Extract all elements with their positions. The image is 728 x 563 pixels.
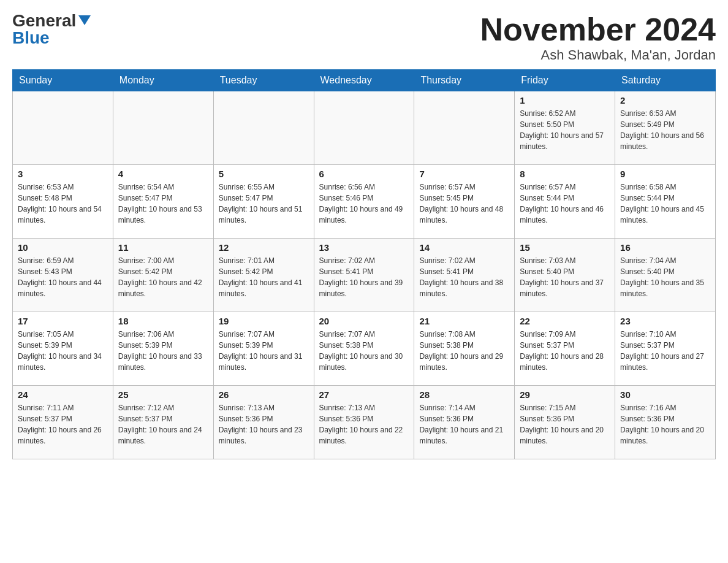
day-cell: 24 Sunrise: 7:11 AMSunset: 5:37 PMDaylig… (13, 386, 113, 459)
location-title: Ash Shawbak, Ma'an, Jordan (480, 47, 716, 63)
day-cell: 3 Sunrise: 6:53 AMSunset: 5:48 PMDayligh… (13, 165, 113, 239)
day-number: 20 (319, 316, 409, 326)
header-monday: Monday (113, 70, 213, 91)
day-cell (13, 91, 113, 165)
day-info: Sunrise: 6:53 AMSunset: 5:49 PMDaylight:… (620, 108, 710, 152)
day-info: Sunrise: 6:55 AMSunset: 5:47 PMDaylight:… (219, 182, 309, 226)
month-title: November 2024 (480, 12, 716, 47)
day-cell (414, 91, 515, 165)
day-cell: 14 Sunrise: 7:02 AMSunset: 5:41 PMDaylig… (414, 239, 515, 312)
day-number: 9 (620, 169, 710, 179)
day-number: 7 (419, 169, 509, 179)
day-number: 18 (118, 316, 208, 326)
day-info: Sunrise: 7:08 AMSunset: 5:38 PMDaylight:… (419, 329, 509, 373)
day-cell: 11 Sunrise: 7:00 AMSunset: 5:42 PMDaylig… (113, 239, 213, 312)
day-cell: 6 Sunrise: 6:56 AMSunset: 5:46 PMDayligh… (314, 165, 414, 239)
day-cell: 10 Sunrise: 6:59 AMSunset: 5:43 PMDaylig… (13, 239, 113, 312)
week-row-5: 24 Sunrise: 7:11 AMSunset: 5:37 PMDaylig… (13, 386, 716, 459)
day-info: Sunrise: 6:52 AMSunset: 5:50 PMDaylight:… (520, 108, 610, 152)
day-cell: 21 Sunrise: 7:08 AMSunset: 5:38 PMDaylig… (414, 312, 515, 386)
day-number: 5 (219, 169, 309, 179)
day-number: 22 (520, 316, 610, 326)
day-cell: 12 Sunrise: 7:01 AMSunset: 5:42 PMDaylig… (213, 239, 314, 312)
week-row-3: 10 Sunrise: 6:59 AMSunset: 5:43 PMDaylig… (13, 239, 716, 312)
day-number: 23 (620, 316, 710, 326)
day-info: Sunrise: 7:07 AMSunset: 5:39 PMDaylight:… (219, 329, 309, 373)
day-info: Sunrise: 7:13 AMSunset: 5:36 PMDaylight:… (319, 402, 409, 446)
day-info: Sunrise: 6:57 AMSunset: 5:44 PMDaylight:… (520, 182, 610, 226)
day-info: Sunrise: 7:07 AMSunset: 5:38 PMDaylight:… (319, 329, 409, 373)
header-thursday: Thursday (414, 70, 515, 91)
day-cell: 4 Sunrise: 6:54 AMSunset: 5:47 PMDayligh… (113, 165, 213, 239)
day-info: Sunrise: 7:05 AMSunset: 5:39 PMDaylight:… (18, 329, 108, 373)
day-cell: 13 Sunrise: 7:02 AMSunset: 5:41 PMDaylig… (314, 239, 414, 312)
week-row-4: 17 Sunrise: 7:05 AMSunset: 5:39 PMDaylig… (13, 312, 716, 386)
day-number: 25 (118, 389, 208, 400)
day-number: 4 (118, 169, 208, 179)
day-info: Sunrise: 6:54 AMSunset: 5:47 PMDaylight:… (118, 182, 208, 226)
day-cell: 5 Sunrise: 6:55 AMSunset: 5:47 PMDayligh… (213, 165, 314, 239)
logo-blue-text: Blue (12, 29, 50, 47)
calendar-header-row: Sunday Monday Tuesday Wednesday Thursday… (13, 70, 716, 91)
day-cell (213, 91, 314, 165)
day-number: 8 (520, 169, 610, 179)
day-number: 10 (18, 242, 108, 253)
day-number: 13 (319, 242, 409, 253)
day-info: Sunrise: 6:56 AMSunset: 5:46 PMDaylight:… (319, 182, 409, 226)
day-number: 24 (18, 389, 108, 400)
day-number: 26 (219, 389, 309, 400)
day-cell: 27 Sunrise: 7:13 AMSunset: 5:36 PMDaylig… (314, 386, 414, 459)
day-cell: 18 Sunrise: 7:06 AMSunset: 5:39 PMDaylig… (113, 312, 213, 386)
day-cell (314, 91, 414, 165)
day-info: Sunrise: 6:59 AMSunset: 5:43 PMDaylight:… (18, 255, 108, 299)
day-cell: 23 Sunrise: 7:10 AMSunset: 5:37 PMDaylig… (615, 312, 716, 386)
logo-general-text: General (12, 12, 76, 29)
page-header: General Blue November 2024 Ash Shawbak, … (12, 12, 716, 63)
day-cell: 22 Sunrise: 7:09 AMSunset: 5:37 PMDaylig… (515, 312, 615, 386)
header-tuesday: Tuesday (213, 70, 314, 91)
day-cell: 30 Sunrise: 7:16 AMSunset: 5:36 PMDaylig… (615, 386, 716, 459)
day-info: Sunrise: 7:15 AMSunset: 5:36 PMDaylight:… (520, 402, 610, 446)
day-cell: 19 Sunrise: 7:07 AMSunset: 5:39 PMDaylig… (213, 312, 314, 386)
day-info: Sunrise: 7:02 AMSunset: 5:41 PMDaylight:… (419, 255, 509, 299)
day-cell: 7 Sunrise: 6:57 AMSunset: 5:45 PMDayligh… (414, 165, 515, 239)
day-info: Sunrise: 7:09 AMSunset: 5:37 PMDaylight:… (520, 329, 610, 373)
day-info: Sunrise: 7:16 AMSunset: 5:36 PMDaylight:… (620, 402, 710, 446)
logo: General Blue (12, 12, 91, 47)
day-number: 3 (18, 169, 108, 179)
header-friday: Friday (515, 70, 615, 91)
day-number: 6 (319, 169, 409, 179)
day-cell: 16 Sunrise: 7:04 AMSunset: 5:40 PMDaylig… (615, 239, 716, 312)
day-cell: 1 Sunrise: 6:52 AMSunset: 5:50 PMDayligh… (515, 91, 615, 165)
day-info: Sunrise: 7:03 AMSunset: 5:40 PMDaylight:… (520, 255, 610, 299)
week-row-2: 3 Sunrise: 6:53 AMSunset: 5:48 PMDayligh… (13, 165, 716, 239)
day-info: Sunrise: 7:01 AMSunset: 5:42 PMDaylight:… (219, 255, 309, 299)
day-number: 2 (620, 95, 710, 105)
day-number: 28 (419, 389, 509, 400)
day-number: 1 (520, 95, 610, 105)
day-info: Sunrise: 7:11 AMSunset: 5:37 PMDaylight:… (18, 402, 108, 446)
day-info: Sunrise: 6:58 AMSunset: 5:44 PMDaylight:… (620, 182, 710, 226)
day-cell: 28 Sunrise: 7:14 AMSunset: 5:36 PMDaylig… (414, 386, 515, 459)
day-info: Sunrise: 7:06 AMSunset: 5:39 PMDaylight:… (118, 329, 208, 373)
day-number: 27 (319, 389, 409, 400)
header-wednesday: Wednesday (314, 70, 414, 91)
day-number: 14 (419, 242, 509, 253)
day-info: Sunrise: 7:04 AMSunset: 5:40 PMDaylight:… (620, 255, 710, 299)
day-info: Sunrise: 7:14 AMSunset: 5:36 PMDaylight:… (419, 402, 509, 446)
header-sunday: Sunday (13, 70, 113, 91)
day-cell (113, 91, 213, 165)
day-info: Sunrise: 7:12 AMSunset: 5:37 PMDaylight:… (118, 402, 208, 446)
day-cell: 17 Sunrise: 7:05 AMSunset: 5:39 PMDaylig… (13, 312, 113, 386)
day-number: 30 (620, 389, 710, 400)
day-number: 16 (620, 242, 710, 253)
day-cell: 15 Sunrise: 7:03 AMSunset: 5:40 PMDaylig… (515, 239, 615, 312)
title-block: November 2024 Ash Shawbak, Ma'an, Jordan (480, 12, 716, 63)
day-number: 11 (118, 242, 208, 253)
day-cell: 25 Sunrise: 7:12 AMSunset: 5:37 PMDaylig… (113, 386, 213, 459)
day-info: Sunrise: 6:57 AMSunset: 5:45 PMDaylight:… (419, 182, 509, 226)
day-cell: 2 Sunrise: 6:53 AMSunset: 5:49 PMDayligh… (615, 91, 716, 165)
day-cell: 9 Sunrise: 6:58 AMSunset: 5:44 PMDayligh… (615, 165, 716, 239)
day-number: 17 (18, 316, 108, 326)
day-info: Sunrise: 7:13 AMSunset: 5:36 PMDaylight:… (219, 402, 309, 446)
